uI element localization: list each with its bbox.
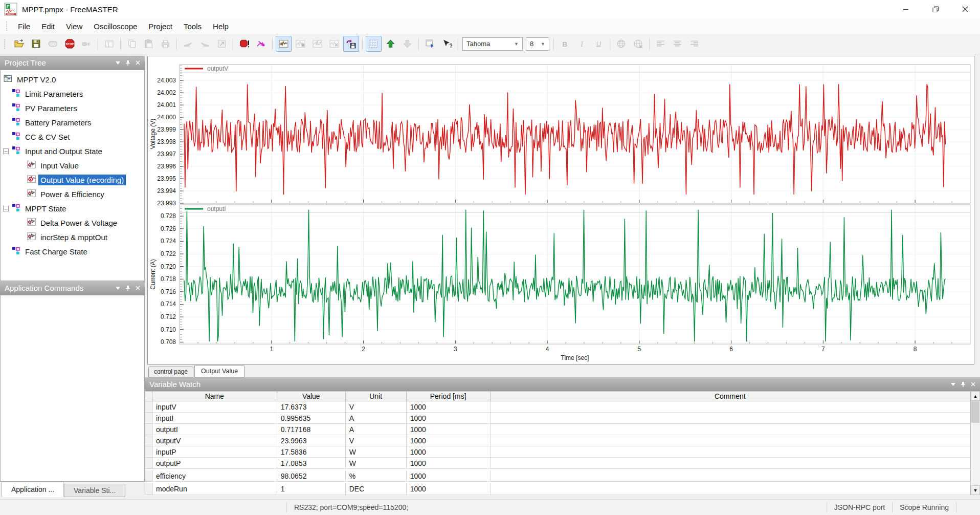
watch-row-moderun[interactable]: modeRun1DEC1000 [145,483,970,495]
stop-watchdog-button[interactable] [236,36,252,52]
watch-row-empty[interactable] [145,495,970,495]
workspace-tab-control-page[interactable]: control page [148,367,193,377]
tree-item-battery-parameters[interactable]: Battery Parameters [1,115,144,130]
row-selector[interactable] [145,458,152,469]
export-data-button[interactable] [214,36,230,52]
font-name-combo[interactable]: Tahoma▼ [462,37,523,51]
menu-tools[interactable]: Tools [178,22,207,31]
tree-item-power-efficiency[interactable]: Power & Efficiency [1,187,144,201]
project-options-button[interactable] [101,36,117,52]
tree-item-cc-cv-set[interactable]: CC & CV Set [1,130,144,144]
variable-stimulus-button[interactable] [180,36,196,52]
align-center-button[interactable] [670,36,685,52]
copy-button[interactable] [124,36,140,52]
open-project-button[interactable] [11,36,27,52]
menu-project[interactable]: Project [143,22,178,31]
font-size-combo[interactable]: 8▼ [526,37,549,51]
workspace-tab-output-value[interactable]: Output Value [194,365,244,377]
pipes-button[interactable] [197,36,213,52]
panel-menu-icon[interactable] [951,383,955,386]
watch-row-inputi[interactable]: inputI0.995635A1000 [145,413,970,424]
connection-wizard-button[interactable] [79,36,95,52]
watch-row-inputv[interactable]: inputV17.6373V1000 [145,401,970,413]
close-panel-icon[interactable] [136,286,140,290]
italic-button[interactable]: I [574,36,590,52]
connection-status[interactable]: RS232; port=COM9;speed=115200; [287,503,415,511]
move-up-button[interactable] [383,36,398,52]
menu-help[interactable]: Help [207,22,234,31]
collapse-icon[interactable]: – [3,206,9,211]
minimize-button[interactable] [891,0,921,18]
scope-run-button[interactable] [276,36,292,52]
item-properties-button[interactable] [422,36,438,52]
recorder-run-button[interactable] [343,36,359,52]
column-header-comment[interactable]: Comment [491,391,970,401]
row-selector[interactable] [145,435,152,446]
interrupt-board-button[interactable] [253,36,269,52]
remove-link-button[interactable] [630,36,646,52]
pin-icon[interactable] [961,381,966,388]
scope-chart[interactable]: 24.00324.00224.00124.00023.99923.99823.9… [148,56,974,364]
menu-view[interactable]: View [60,22,88,31]
scope-snapshot-button[interactable] [326,36,342,52]
watch-row-outputv[interactable]: outputV23.9963V1000 [145,435,970,446]
tree-item-mppt-state[interactable]: –MPPT State [1,201,144,216]
tree-item-input-and-output-state[interactable]: –Input and Output State [1,144,144,158]
column-header-name[interactable]: Name [152,391,277,401]
close-panel-icon[interactable] [971,382,975,387]
tree-item-input-value[interactable]: Input Value [1,158,144,173]
paste-button[interactable] [141,36,157,52]
print-button[interactable] [158,36,173,52]
watch-row-inputp[interactable]: inputP17.5836W1000 [145,446,970,458]
restore-button[interactable] [921,0,950,18]
close-button[interactable] [950,0,980,18]
column-header-unit[interactable]: Unit [346,391,407,401]
insert-link-button[interactable] [613,36,629,52]
tree-item-fast-charge-state[interactable]: Fast Charge State [1,244,144,259]
panel-menu-icon[interactable] [116,61,120,65]
menu-file[interactable]: File [12,22,36,31]
tree-item-delta-power-voltage[interactable]: Delta Power & Voltage [1,216,144,230]
row-selector[interactable] [145,401,152,413]
bold-button[interactable]: B [557,36,573,52]
watch-row-outputp[interactable]: outputP17.0853W1000 [145,458,970,469]
scroll-up-button[interactable]: ▲ [971,391,980,401]
scroll-down-button[interactable]: ▼ [971,485,980,495]
pin-icon[interactable] [125,60,130,66]
stop-communication-button[interactable]: STOP [62,36,78,52]
save-project-button[interactable] [28,36,44,52]
row-selector[interactable] [145,424,152,435]
scroll-thumb[interactable] [971,401,979,423]
scope-stop-button[interactable] [293,36,308,52]
align-right-button[interactable] [686,36,702,52]
row-selector[interactable] [145,483,152,495]
show-grid-button[interactable] [366,36,382,52]
oscilloscope-view[interactable]: 24.00324.00224.00124.00023.99923.99823.9… [147,56,974,364]
tree-item-pv-parameters[interactable]: PV Parameters [1,101,144,115]
align-left-button[interactable] [653,36,669,52]
move-down-button[interactable] [399,36,415,52]
pin-icon[interactable] [125,285,130,291]
row-selector[interactable] [145,413,152,424]
watch-row-efficiency[interactable]: efficiency98.0652%1000 [145,470,970,482]
close-panel-icon[interactable] [136,60,140,65]
menu-edit[interactable]: Edit [36,22,60,31]
panel-menu-icon[interactable] [116,287,120,290]
scope-refresh-button[interactable] [309,36,325,52]
row-selector[interactable] [145,470,152,482]
column-header-value[interactable]: Value [277,391,346,401]
tree-item-mppt-v2-0[interactable]: MPPT V2.0 [1,72,144,87]
tree-item-incrstep-mpptout[interactable]: incrStep & mpptOut [1,230,144,244]
menu-oscilloscope[interactable]: Oscilloscope [88,22,143,31]
watch-row-outputi[interactable]: outputI0.717168A1000 [145,424,970,435]
context-help-button[interactable]: ? [439,36,455,52]
tree-item-limit-parameters[interactable]: Limit Parameters [1,87,144,101]
dock-tab-variable-sti[interactable]: Variable Sti... [64,484,125,497]
underline-button[interactable]: U [591,36,607,52]
start-communication-button[interactable]: GO [45,36,61,52]
collapse-icon[interactable]: – [3,148,9,154]
column-header-period-ms[interactable]: Period [ms] [407,391,491,401]
variable-watch-scrollbar[interactable]: ▲ ▼ [970,391,980,495]
dock-tab-application[interactable]: Application ... [2,482,64,497]
row-selector[interactable] [145,446,152,458]
